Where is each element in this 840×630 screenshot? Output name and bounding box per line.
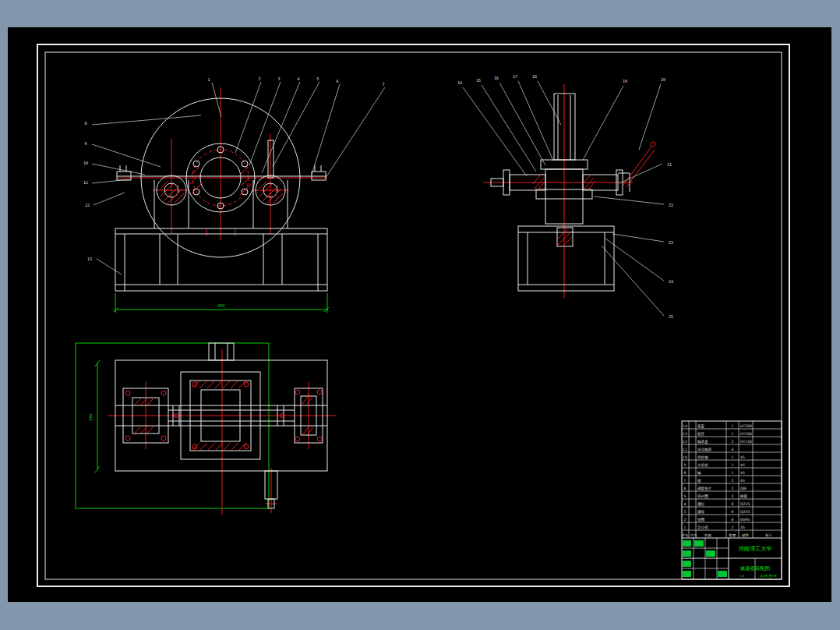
part-qty: 2	[732, 526, 734, 529]
leader-label: 25	[669, 314, 673, 319]
part-no: 13	[683, 432, 687, 436]
part-qty: 1	[732, 424, 734, 428]
part-no: 2	[684, 518, 686, 522]
part-no: 1	[684, 526, 686, 529]
dimension-text: 360	[88, 413, 93, 421]
leader-label: 9	[84, 141, 86, 146]
parts-header-code: 代号	[690, 533, 697, 537]
part-qty: 8	[732, 502, 734, 506]
part-material: Q235	[740, 510, 750, 514]
part-name: 螺母	[697, 509, 705, 515]
parts-header-name: 名称	[704, 533, 711, 537]
part-no: 3	[684, 510, 686, 514]
part-no: 8	[684, 471, 686, 475]
leader-label: 12	[85, 203, 90, 207]
part-material: 45	[740, 455, 745, 459]
leader-label: 17	[513, 74, 517, 79]
parts-header-no: 序号	[682, 533, 689, 537]
part-material: 橡胶	[739, 494, 748, 498]
leader-label: 22	[669, 203, 673, 207]
cad-canvas[interactable]: 1 2 3 4 5 6 7 8 9 10 11 12 13 650	[0, 0, 840, 630]
part-name: 垫圈	[697, 518, 705, 522]
parts-header-qty: 数量	[729, 533, 736, 537]
leader-label: 23	[669, 240, 673, 245]
leader-label: 14	[457, 80, 462, 85]
part-name: 螺栓	[697, 501, 705, 507]
parts-header-notes: 备注	[765, 533, 772, 537]
part-no: 6	[684, 487, 686, 490]
part-qty: 1	[732, 432, 734, 436]
leader-label: 1	[207, 77, 210, 82]
leader-label: 3	[277, 76, 280, 81]
part-qty: 2	[732, 479, 734, 483]
leader-label: 19	[623, 79, 627, 83]
drawing-area	[8, 27, 831, 602]
part-qty: 8	[732, 518, 734, 522]
part-material: 35	[740, 526, 745, 529]
part-material: 65Mn	[740, 518, 750, 522]
leader-label: 10	[83, 161, 88, 165]
part-material: Q235	[740, 502, 750, 506]
part-qty: 8	[732, 510, 734, 514]
leader-label: 11	[83, 180, 88, 185]
part-name: 箱盖	[697, 423, 705, 429]
part-qty: 2	[732, 440, 734, 444]
part-qty: 4	[732, 448, 734, 451]
sheet-count: 共1张 第1张	[760, 574, 777, 578]
leader-label: 5	[316, 76, 319, 81]
part-no: 12	[683, 440, 687, 444]
leader-label: 7	[382, 82, 384, 87]
part-material: 08F	[740, 487, 747, 490]
leader-label: 4	[297, 76, 299, 81]
part-no: 7	[684, 479, 686, 483]
leader-label: 24	[669, 279, 673, 284]
part-qty: 2	[732, 494, 734, 498]
part-material: HT150	[740, 440, 752, 444]
part-material: HT200	[740, 424, 752, 428]
leader-label: 21	[667, 162, 672, 167]
part-qty: 1	[732, 455, 734, 459]
part-no: 4	[684, 502, 686, 506]
part-name: 箱座	[697, 431, 705, 436]
drawing-title: 减速器装配图	[740, 565, 770, 572]
leader-label: 20	[661, 77, 665, 82]
leader-label: 16	[494, 76, 499, 80]
part-no: 10	[683, 455, 687, 459]
leader-label: 13	[87, 257, 92, 261]
part-material: HT200	[740, 432, 752, 436]
part-qty: 1	[732, 471, 734, 475]
part-material: 45	[740, 471, 745, 475]
part-material: 45	[740, 463, 745, 467]
university-name: 河南理工大学	[738, 545, 771, 552]
leader-label: 6	[336, 79, 338, 83]
viewer-background: 1 2 3 4 5 6 7 8 9 10 11 12 13 650	[0, 0, 840, 630]
part-name: 调整垫片	[697, 486, 712, 491]
part-name: 定位销	[697, 525, 708, 530]
part-no: 14	[683, 424, 687, 428]
leader-label: 2	[258, 76, 260, 81]
part-material: 45	[740, 479, 745, 483]
part-no: 5	[684, 494, 686, 498]
part-qty: 2	[732, 487, 734, 490]
part-no: 11	[683, 448, 687, 451]
part-no: 9	[684, 463, 686, 467]
part-qty: 1	[732, 463, 734, 467]
dimension-text: 650	[217, 303, 225, 308]
leader-label: 8	[84, 121, 86, 126]
leader-label: 18	[532, 74, 537, 79]
part-name: 密封圈	[697, 494, 708, 498]
scale-value: 1:2	[739, 574, 745, 578]
leader-label: 15	[476, 78, 481, 83]
